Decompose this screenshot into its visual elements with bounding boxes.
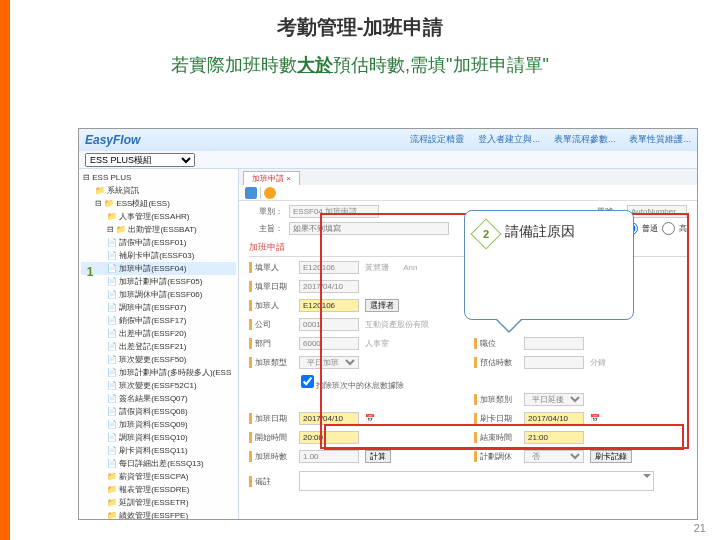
tab-overtime[interactable]: 加班申請 × [243,171,300,185]
tree-item[interactable]: 📄 加班調休申請(ESSF06) [81,288,236,301]
tree-item[interactable]: 📄 班次變更(ESSF50) [81,353,236,366]
tree-item[interactable]: 📄 銷假申請(ESSF17) [81,314,236,327]
nav-link[interactable]: 流程設定精靈 [410,133,464,146]
esthours-field[interactable] [524,356,584,369]
tree-item[interactable]: 📄 出差申請(ESSF20) [81,327,236,340]
tree-item[interactable]: ⊟ 📁 ESS模組(ESS) [81,197,236,210]
applydate-field [299,280,359,293]
unit-field[interactable] [289,205,379,218]
paytype-select[interactable]: 平日延後 [524,393,584,406]
tree-item[interactable]: 📄 加班資料(ESSQ09) [81,418,236,431]
ottype-select[interactable]: 平日加班 [299,356,359,369]
tree-item[interactable]: 📁 人事管理(ESSAHR) [81,210,236,223]
callout-text: 請備註原因 [505,223,575,241]
comp-select[interactable]: 否 [524,450,584,463]
clockdate-field[interactable] [524,412,584,425]
comp-label: 計劃調休 [474,451,518,462]
tree-item[interactable]: 📄 刷卡資料(ESSQ11) [81,444,236,457]
endtime-label: 結束時間 [474,432,518,443]
module-toolbar: ESS PLUS模組 [79,151,697,169]
dept-label: 部門 [249,338,293,349]
docno-field [627,205,687,218]
tree-item[interactable]: 📁 延訓管理(ESSETR) [81,496,236,509]
company-label: 公司 [249,319,293,330]
tree-item[interactable]: 📄 補刷卡申請(ESSF03) [81,249,236,262]
endtime-field[interactable] [524,431,584,444]
form-toolbar [239,185,697,201]
calc-button[interactable]: 計算 [365,450,391,463]
tab-strip: 加班申請 × [239,169,697,185]
tree-item[interactable]: 📁 系統資訊 [81,184,236,197]
hours-label: 加班時數 [249,451,293,462]
clockdate-label: 刷卡日期 [474,413,518,424]
tree-item[interactable]: 📄 請假資料(ESSQ08) [81,405,236,418]
paytype-label: 加班類別 [474,394,518,405]
app-logo: EasyFlow [85,133,140,147]
tree-item[interactable]: 📄 加班申請(ESSF04) [81,262,236,275]
applicant-label: 填單人 [249,262,293,273]
tree-item[interactable]: 📄 班次變更(ESSF52C1) [81,379,236,392]
app-header: EasyFlow 流程設定精靈 登入者建立與... 表單流程參數... 表單性質… [79,129,697,151]
select-person-button[interactable]: 選擇者 [365,299,399,312]
tree-item[interactable]: 📄 加班計劃申請(多時段多人)(ESS [81,366,236,379]
calendar-icon[interactable]: 📅 [590,414,600,423]
applydate-label: 填單日期 [249,281,293,292]
otperson-field[interactable] [299,299,359,312]
tree-item[interactable]: 📄 調班資料(ESSQ10) [81,431,236,444]
app-screenshot: EasyFlow 流程設定精靈 登入者建立與... 表單流程參數... 表單性質… [78,128,698,520]
subject-field[interactable] [289,222,449,235]
applicant-field [299,261,359,274]
tree-sidebar[interactable]: ⊟ ESS PLUS📁 系統資訊⊟ 📁 ESS模組(ESS)📁 人事管理(ESS… [79,169,239,519]
otdate-label: 加班日期 [249,413,293,424]
tree-item[interactable]: 📄 簽名結果(ESSQ07) [81,392,236,405]
remark-textarea[interactable] [299,471,654,491]
annotation-marker-2: 2 [475,223,497,245]
tree-item[interactable]: 📄 加班計劃申請(ESSF05) [81,275,236,288]
starttime-field[interactable] [299,431,359,444]
ottype-label: 加班類型 [249,357,293,368]
tree-item[interactable]: 📄 請假申請(ESSF01) [81,236,236,249]
nav-link[interactable]: 表單流程參數... [554,133,616,146]
nav-link[interactable]: 登入者建立與... [478,133,540,146]
tree-item[interactable]: 📁 績效管理(ESSFPE) [81,509,236,519]
slide-title: 考勤管理-加班申請 [0,0,720,49]
module-select[interactable]: ESS PLUS模組 [85,153,195,167]
top-nav: 流程設定精靈 登入者建立與... 表單流程參數... 表單性質維護... [410,133,691,146]
tree-item[interactable]: 📁 薪資管理(ESSCPA) [81,470,236,483]
callout-bubble: 2 請備註原因 [464,210,634,320]
nav-link[interactable]: 表單性質維護... [629,133,691,146]
tree-item[interactable]: 📄 調班申請(ESSF07) [81,301,236,314]
dept-field [299,337,359,350]
card-record-button[interactable]: 刷卡記錄 [590,450,632,463]
calendar-icon[interactable]: 📅 [365,414,375,423]
otdate-field[interactable] [299,412,359,425]
save-icon[interactable] [245,187,257,199]
slide-accent-bar [0,0,10,540]
remark-label: 備註 [249,476,293,487]
esthours-label: 預估時數 [474,357,518,368]
company-field [299,318,359,331]
deduct-break-checkbox[interactable] [301,375,314,388]
tree-item[interactable]: ⊟ 📁 出勤管理(ESSBAT) [81,223,236,236]
subject-label: 主旨： [249,223,283,234]
tree-item[interactable]: ⊟ ESS PLUS [81,171,236,184]
help-icon[interactable] [264,187,276,199]
page-number: 21 [694,522,706,534]
post-field [524,337,584,350]
otperson-label: 加班人 [249,300,293,311]
tree-item[interactable]: 📄 出差登記(ESSF21) [81,340,236,353]
tree-item[interactable]: 📄 每日詳細出差(ESSQ13) [81,457,236,470]
unit-label: 單別： [249,206,283,217]
starttime-label: 開始時間 [249,432,293,443]
tree-item[interactable]: 📁 報表管理(ESSDRE) [81,483,236,496]
hours-field [299,450,359,463]
slide-subtitle: 若實際加班時數大於預估時數,需填"加班申請單" [0,49,720,87]
